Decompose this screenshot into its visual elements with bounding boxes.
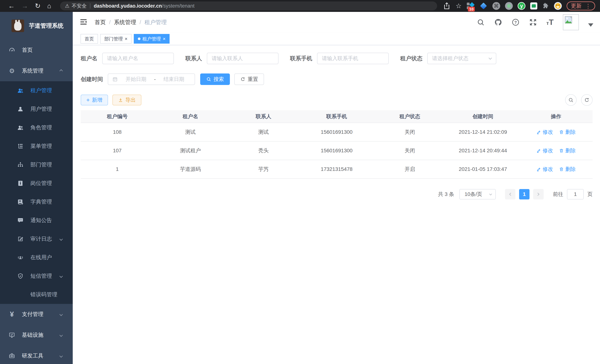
show-search-button[interactable] <box>565 94 577 106</box>
content: 租户名 联系人 联系手机 租户状态 请选择租户状态 <box>73 45 600 364</box>
add-button[interactable]: + 新增 <box>81 95 108 105</box>
github-icon[interactable] <box>494 18 502 26</box>
current-page[interactable]: 1 <box>519 189 529 199</box>
sidebar-item-pay[interactable]: ¥支付管理 <box>0 304 73 325</box>
edit-icon <box>536 148 541 153</box>
update-button[interactable]: 更新 ⋮ <box>567 1 595 10</box>
sidebar-item-role[interactable]: 角色管理 <box>0 118 73 137</box>
extension-kite-icon[interactable] <box>479 2 488 10</box>
back-icon[interactable]: ← <box>8 3 15 9</box>
start-date-placeholder: 开始日期 <box>119 76 152 83</box>
cell-id: 1 <box>81 160 154 178</box>
cell-id: 107 <box>81 141 154 160</box>
font-size-icon[interactable]: тT <box>546 18 554 27</box>
navbar: 首页 / 系统管理 / 租户管理 ? тT <box>73 12 600 33</box>
sidebar-item-notice[interactable]: 通知公告 <box>0 211 73 230</box>
browser-menu-icon[interactable]: ⋮ <box>585 3 591 9</box>
cell-name: 测试租户 <box>154 141 227 160</box>
browser-actions: ☆ 10 ⌘ y 更新 ⋮ <box>443 1 595 10</box>
avatar-dropdown-icon[interactable] <box>588 23 593 27</box>
not-secure-icon: ⚠ <box>65 3 69 9</box>
total-count: 共 3 条 <box>438 191 454 198</box>
sidebar-item-user[interactable]: 用户管理 <box>0 100 73 118</box>
mobile-input[interactable] <box>317 53 389 64</box>
table-row: 107测试租户秃头15601691300关闭2021-12-14 20:49:4… <box>81 141 593 160</box>
sidebar-menu: 首页⚙系统管理租户管理用户管理角色管理菜单管理部门管理岗位管理字典管理通知公告审… <box>0 40 73 364</box>
collapse-sidebar-icon[interactable] <box>79 18 88 27</box>
reload-icon[interactable]: ↻ <box>35 3 40 9</box>
breadcrumb: 首页 / 系统管理 / 租户管理 <box>95 19 167 26</box>
close-icon[interactable]: × <box>125 36 127 41</box>
delete-button[interactable]: 删除 <box>559 129 576 136</box>
avatar[interactable] <box>563 14 579 30</box>
menu-tree-icon <box>16 143 25 149</box>
cell-created: 2021-12-14 21:02:09 <box>446 123 519 141</box>
app-logo-row[interactable]: 芋道管理系统 <box>0 12 73 40</box>
chevron-down-icon <box>59 237 63 241</box>
extension-emoji-icon[interactable] <box>554 2 562 10</box>
prev-page-button[interactable] <box>505 189 516 199</box>
extension-y-icon[interactable]: y <box>518 2 525 10</box>
extension-command-icon[interactable]: ⌘ <box>492 2 500 10</box>
toolbox-icon <box>8 353 16 359</box>
extensions-puzzle-icon[interactable] <box>542 2 549 10</box>
reset-button[interactable]: 重置 <box>234 74 264 85</box>
forward-icon[interactable]: → <box>21 3 28 9</box>
extension-badge: 10 <box>468 7 475 11</box>
home-icon[interactable]: ⌂ <box>47 3 51 9</box>
sidebar-item-home[interactable]: 首页 <box>0 40 73 60</box>
close-icon[interactable]: × <box>163 36 166 41</box>
extension-grid-icon[interactable]: 10 <box>466 2 475 10</box>
contact-input[interactable] <box>207 53 279 64</box>
extension-chat-icon[interactable] <box>530 2 537 9</box>
tenant-name-input[interactable] <box>102 53 174 64</box>
breadcrumb-home[interactable]: 首页 <box>95 19 106 26</box>
delete-button[interactable]: 删除 <box>559 166 576 173</box>
fullscreen-icon[interactable] <box>529 18 537 26</box>
cell-actions: 修改删除 <box>519 141 593 160</box>
sidebar-item-dict[interactable]: 字典管理 <box>0 193 73 211</box>
sidebar-item-audit-log[interactable]: 审计日志 <box>0 230 73 248</box>
cell-status: 关闭 <box>373 141 446 160</box>
refresh-button[interactable] <box>581 94 593 106</box>
cell-name: 芋道源码 <box>154 160 227 178</box>
export-button[interactable]: 导出 <box>112 95 141 105</box>
sidebar-item-tenant[interactable]: 租户管理 <box>0 81 73 100</box>
create-time-range-picker[interactable]: 开始日期 - 结束日期 <box>108 74 195 85</box>
edit-button[interactable]: 修改 <box>536 147 553 154</box>
tab-tenant[interactable]: 租户管理× <box>134 34 169 44</box>
address-bar[interactable]: ⚠ 不安全 dashboard.yudao.iocoder.cn/system/… <box>60 1 437 10</box>
chevron-down-icon <box>489 192 492 195</box>
shield-icon <box>16 273 25 280</box>
bookmark-star-icon[interactable]: ☆ <box>456 3 462 9</box>
help-icon[interactable]: ? <box>512 18 520 26</box>
chevron-down-icon <box>59 354 63 357</box>
tab-dept[interactable]: 部门管理× <box>100 34 131 44</box>
gear-icon: ⚙ <box>8 68 16 74</box>
sidebar-item-system[interactable]: ⚙系统管理 <box>0 60 73 81</box>
edit-button[interactable]: 修改 <box>536 166 553 173</box>
tab-home[interactable]: 首页 <box>81 34 98 44</box>
search-icon[interactable] <box>477 18 485 26</box>
sidebar-item-infra[interactable]: 基础设施 <box>0 325 73 345</box>
sidebar-item-sms[interactable]: 短信管理 <box>0 267 73 285</box>
svg-text:?: ? <box>514 20 517 25</box>
sidebar-item-post[interactable]: 岗位管理 <box>0 174 73 193</box>
delete-button[interactable]: 删除 <box>559 147 576 154</box>
sidebar-item-error-code[interactable]: 错误码管理 <box>0 285 73 304</box>
goto-page-input[interactable] <box>567 189 584 199</box>
sidebar-item-menu[interactable]: 菜单管理 <box>0 137 73 156</box>
edit-button[interactable]: 修改 <box>536 129 553 136</box>
sidebar-item-online-user[interactable]: 在线用户 <box>0 248 73 267</box>
status-select[interactable]: 请选择租户状态 <box>427 53 496 64</box>
share-icon[interactable] <box>443 2 451 10</box>
extension-record-icon[interactable] <box>505 2 513 10</box>
next-page-button[interactable] <box>533 189 544 199</box>
breadcrumb-system[interactable]: 系统管理 <box>114 19 136 26</box>
delete-icon <box>559 148 564 153</box>
dashboard-icon <box>8 47 16 53</box>
search-button[interactable]: 搜索 <box>200 74 230 85</box>
sidebar-item-dev-tool[interactable]: 研发工具 <box>0 345 73 364</box>
sidebar-item-dept[interactable]: 部门管理 <box>0 156 73 174</box>
page-size-select[interactable]: 10条/页 <box>459 189 496 199</box>
